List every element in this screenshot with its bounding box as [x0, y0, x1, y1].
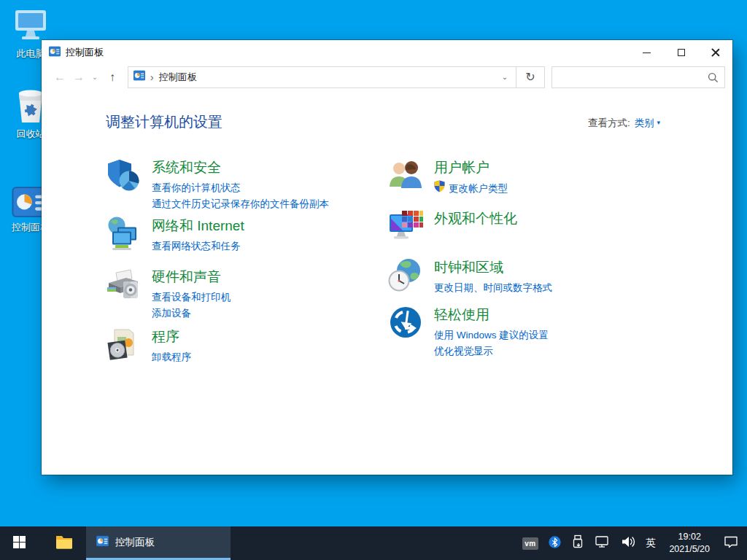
- usb-device-icon: [571, 534, 584, 552]
- category-appearance-personalization: 外观和个性化: [388, 209, 711, 244]
- category-title-link[interactable]: 用户帐户: [434, 158, 489, 176]
- programs-icon[interactable]: [106, 327, 141, 362]
- up-icon: ↑: [109, 71, 115, 84]
- vmware-tools-tray-button[interactable]: vm: [517, 526, 543, 560]
- category-network-internet: 网络和 Internet 查看网络状态和任务: [106, 216, 388, 254]
- close-button[interactable]: [698, 40, 732, 65]
- search-box: [551, 66, 725, 88]
- appearance-personalization-icon[interactable]: [388, 209, 423, 244]
- page-title: 调整计算机的设置: [106, 112, 222, 132]
- task-label: 控制面板: [115, 536, 155, 549]
- category-sublink[interactable]: 使用 Windows 建议的设置: [434, 327, 549, 343]
- category-sublink[interactable]: 更改日期、时间或数字格式: [434, 280, 552, 296]
- category-title-link[interactable]: 网络和 Internet: [152, 217, 244, 235]
- taskbar-task-control-panel[interactable]: 控制面板: [86, 526, 231, 560]
- hardware-sound-icon[interactable]: [106, 267, 141, 302]
- file-explorer-button[interactable]: [45, 526, 83, 560]
- search-icon: [708, 72, 719, 86]
- refresh-icon: ↻: [525, 70, 535, 84]
- control-panel-breadcrumb-icon: [133, 70, 145, 84]
- bluetooth-tray-button[interactable]: [543, 526, 566, 560]
- category-column-right: 用户帐户 更改帐户类型: [388, 158, 711, 365]
- desktop-background: 此电脑 回收站 控制面板 控制面板: [0, 0, 747, 560]
- title-bar[interactable]: 控制面板: [42, 40, 732, 65]
- search-input[interactable]: [552, 67, 724, 88]
- close-icon: [711, 48, 720, 57]
- address-bar[interactable]: › 控制面板 ⌄: [128, 66, 516, 88]
- breadcrumb[interactable]: 控制面板: [159, 71, 197, 84]
- forward-button[interactable]: →: [69, 68, 88, 87]
- back-button[interactable]: ←: [50, 68, 69, 87]
- usb-tray-button[interactable]: [566, 526, 589, 560]
- clock-date: 2021/5/20: [669, 543, 710, 556]
- category-programs: 程序 卸载程序: [106, 327, 388, 365]
- category-sublink[interactable]: 卸载程序: [152, 349, 191, 365]
- category-title-link[interactable]: 轻松使用: [434, 306, 489, 324]
- control-panel-window-icon: [49, 46, 61, 60]
- clock-time: 19:02: [669, 531, 710, 544]
- bluetooth-icon: [549, 536, 561, 551]
- maximize-button[interactable]: [664, 40, 698, 65]
- refresh-button[interactable]: ↻: [516, 66, 545, 88]
- up-button[interactable]: ↑: [103, 68, 122, 87]
- category-ease-of-access: 轻松使用 使用 Windows 建议的设置 优化视觉显示: [388, 305, 711, 359]
- category-title-link[interactable]: 程序: [152, 327, 179, 346]
- recent-pages-button[interactable]: ⌄: [88, 68, 101, 87]
- category-sublink[interactable]: 查看设备和打印机: [152, 289, 231, 306]
- maximize-icon: [678, 49, 685, 56]
- clock-region-icon[interactable]: [388, 257, 423, 292]
- taskbar-spacer: [38, 526, 45, 560]
- this-pc-icon: [3, 6, 58, 45]
- category-title-link[interactable]: 时钟和区域: [434, 258, 503, 276]
- window-title: 控制面板: [66, 46, 104, 59]
- taskbar-clock[interactable]: 19:02 2021/5/20: [660, 526, 719, 560]
- view-by-dropdown[interactable]: 类别 ▾: [635, 117, 660, 128]
- category-sublink[interactable]: 优化视觉显示: [434, 343, 549, 359]
- view-by-control: 查看方式:类别 ▾: [588, 117, 660, 130]
- category-sublink[interactable]: 更改帐户类型: [434, 180, 508, 198]
- category-title-link[interactable]: 硬件和声音: [152, 268, 221, 286]
- windows-logo-icon: [13, 536, 26, 551]
- breadcrumb-separator-icon: ›: [150, 71, 154, 83]
- back-icon: ←: [54, 71, 66, 84]
- system-tray: vm: [517, 526, 747, 560]
- ease-of-access-icon[interactable]: [388, 305, 423, 340]
- category-hardware-sound: 硬件和声音 查看设备和打印机 添加设备: [106, 267, 388, 322]
- volume-tray-button[interactable]: [616, 526, 640, 560]
- category-sublink[interactable]: 查看网络状态和任务: [152, 238, 244, 254]
- control-panel-content: 调整计算机的设置 查看方式:类别 ▾: [42, 95, 732, 475]
- caret-down-icon: ▾: [657, 119, 660, 126]
- category-sublink[interactable]: 通过文件历史记录保存你的文件备份副本: [152, 196, 329, 212]
- user-accounts-icon[interactable]: [388, 158, 423, 192]
- address-dropdown-button[interactable]: ⌄: [494, 67, 516, 88]
- category-sublink[interactable]: 查看你的计算机状态: [152, 180, 329, 196]
- forward-icon: →: [73, 71, 85, 84]
- window-controls: [630, 40, 732, 65]
- network-internet-icon[interactable]: [106, 216, 141, 251]
- notification-icon: [724, 535, 738, 551]
- minimize-button[interactable]: [630, 40, 664, 65]
- chevron-down-icon: ⌄: [502, 73, 508, 81]
- speaker-icon: [621, 535, 635, 551]
- category-sublink[interactable]: 添加设备: [152, 306, 231, 322]
- language-indicator[interactable]: 英: [640, 526, 661, 560]
- system-security-icon[interactable]: [106, 158, 141, 192]
- navigation-toolbar: ← → ⌄ ↑ › 控制面板 ⌄ ↻: [42, 65, 732, 95]
- network-tray-button[interactable]: [589, 526, 616, 560]
- category-title-link[interactable]: 外观和个性化: [434, 209, 517, 228]
- minimize-icon: [643, 52, 651, 53]
- action-center-button[interactable]: [719, 526, 747, 560]
- category-system-security: 系统和安全 查看你的计算机状态 通过文件历史记录保存你的文件备份副本: [106, 158, 388, 212]
- start-button[interactable]: [0, 526, 38, 560]
- category-title-link[interactable]: 系统和安全: [152, 158, 221, 176]
- uac-shield-icon: [434, 180, 445, 198]
- control-panel-task-icon: [96, 535, 109, 549]
- category-clock-region: 时钟和区域 更改日期、时间或数字格式: [388, 257, 711, 296]
- category-user-accounts: 用户帐户 更改帐户类型: [388, 158, 711, 198]
- chevron-down-icon: ⌄: [92, 73, 98, 81]
- network-icon: [595, 535, 611, 551]
- category-column-left: 系统和安全 查看你的计算机状态 通过文件历史记录保存你的文件备份副本: [106, 158, 388, 365]
- category-grid: 系统和安全 查看你的计算机状态 通过文件历史记录保存你的文件备份副本: [106, 158, 711, 365]
- file-explorer-icon: [55, 534, 73, 552]
- taskbar: 控制面板 vm: [0, 526, 747, 560]
